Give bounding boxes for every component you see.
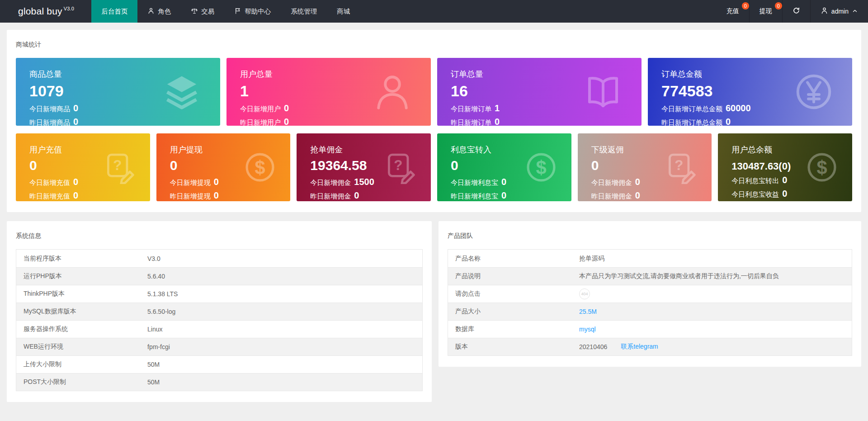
app-logo-text: global buy bbox=[18, 6, 62, 17]
stat-line-value: 0 bbox=[501, 190, 506, 200]
row-label: 版本 bbox=[448, 343, 579, 351]
dollar-icon: $ bbox=[243, 151, 277, 184]
stat-line-value: 1 bbox=[495, 103, 500, 113]
row-label: 上传大小限制 bbox=[16, 360, 147, 369]
question-doc-icon: ? bbox=[665, 151, 698, 184]
stat-card-line: 昨日新增利息宝0 bbox=[451, 190, 571, 201]
table-row: 运行PHP版本5.6.40 bbox=[16, 267, 422, 285]
recharge-button[interactable]: 充值 0 bbox=[717, 0, 749, 23]
question-doc-icon: ? bbox=[384, 151, 417, 184]
stat-line-value: 0 bbox=[73, 177, 78, 187]
stat-line-label: 今日新增商品 bbox=[29, 105, 70, 113]
product-team-panel: 产品团队 产品名称抢单源码 产品说明本产品只为学习测试交流,请勿要做商业或者用于… bbox=[439, 221, 861, 367]
stat-line-label: 今日新增佣金 bbox=[310, 179, 351, 186]
admin-user-menu[interactable]: admin bbox=[810, 0, 868, 23]
menu-item-help-center[interactable]: 帮助中心 bbox=[224, 0, 281, 23]
dollar-icon: $ bbox=[524, 151, 558, 184]
panel-title: 系统信息 bbox=[16, 232, 423, 240]
menu-item-label: 角色 bbox=[158, 7, 171, 16]
row-label: 服务器操作系统 bbox=[16, 325, 147, 333]
table-row: 请勿点击404 bbox=[448, 285, 852, 303]
svg-text:$: $ bbox=[536, 157, 546, 178]
row-label: 运行PHP版本 bbox=[16, 272, 147, 280]
menu-item-system-management[interactable]: 系统管理 bbox=[281, 0, 327, 23]
row-value: fpm-fcgi bbox=[147, 343, 170, 350]
app-logo: global buyV3.0 bbox=[0, 0, 91, 23]
stat-card-total-order-amount: 订单总金额 774583 今日新增订单总金额60000 昨日新增订单总金额0 bbox=[648, 58, 852, 126]
stat-line-label: 今日新增佣金 bbox=[591, 179, 632, 186]
refresh-icon bbox=[793, 7, 800, 16]
table-row: ThinkPHP版本5.1.38 LTS bbox=[16, 285, 422, 303]
404-badge[interactable]: 404 bbox=[579, 289, 590, 299]
stat-line-value: 0 bbox=[501, 177, 506, 187]
stat-line-label: 昨日新增佣金 bbox=[591, 192, 632, 200]
panel-title: 产品团队 bbox=[448, 232, 852, 240]
refresh-button[interactable] bbox=[782, 0, 810, 23]
menu-item-dashboard[interactable]: 后台首页 bbox=[91, 0, 137, 23]
stat-line-value: 0 bbox=[354, 190, 359, 200]
stat-line-label: 昨日新增佣金 bbox=[310, 192, 351, 200]
layers-icon bbox=[161, 71, 202, 112]
contact-telegram-link[interactable]: 联系telegram bbox=[621, 343, 658, 351]
svg-text:?: ? bbox=[675, 157, 684, 173]
stat-card-total-orders: 订单总量 16 今日新增订单1 昨日新增订单0 bbox=[437, 58, 642, 126]
stat-line-value: 0 bbox=[635, 177, 640, 187]
svg-text:?: ? bbox=[113, 157, 122, 173]
panel-title: 商城统计 bbox=[16, 41, 852, 49]
menu-item-mall[interactable]: 商城 bbox=[327, 0, 360, 23]
svg-text:?: ? bbox=[394, 157, 402, 173]
table-row: 产品大小25.5M bbox=[448, 303, 852, 320]
stat-line-value: 0 bbox=[495, 117, 500, 126]
stat-line-label: 今日新增用户 bbox=[240, 105, 281, 113]
chevron-up-icon bbox=[852, 8, 858, 15]
stat-line-label: 今日新增利息宝 bbox=[451, 179, 498, 186]
table-row: 当前程序版本V3.0 bbox=[16, 250, 422, 267]
stat-line-label: 昨日新增订单总金额 bbox=[661, 118, 722, 126]
question-doc-icon: ? bbox=[103, 151, 137, 184]
stat-line-value: 60000 bbox=[726, 103, 751, 113]
row-value: 5.6.40 bbox=[147, 273, 165, 280]
stat-line-label: 今日利息宝收益 bbox=[731, 190, 779, 198]
main-menu: 后台首页 角色 交易 帮助中心 系统管理 商城 bbox=[91, 0, 360, 23]
stats-row-1: 商品总量 1079 今日新增商品0 昨日新增商品0 用户总量 1 今日新增用户0… bbox=[16, 58, 852, 126]
user-icon bbox=[147, 7, 155, 16]
stat-card-line: 昨日新增佣金0 bbox=[310, 190, 431, 201]
app-logo-version: V3.0 bbox=[64, 6, 74, 11]
stat-line-label: 昨日新增用户 bbox=[240, 118, 281, 126]
stat-line-value: 0 bbox=[73, 117, 78, 126]
stat-card-line: 昨日新增商品0 bbox=[29, 117, 220, 126]
database-link[interactable]: mysql bbox=[579, 326, 596, 333]
stat-card-subordinate-rebate: 下级返佣 0 今日新增佣金0 昨日新增佣金0 ? bbox=[578, 133, 712, 201]
product-team-table: 产品名称抢单源码 产品说明本产品只为学习测试交流,请勿要做商业或者用于违法行为,… bbox=[448, 249, 852, 356]
menu-item-trade[interactable]: 交易 bbox=[181, 0, 224, 23]
withdraw-count-badge: 0 bbox=[775, 2, 782, 9]
system-info-panel: 系统信息 当前程序版本V3.0 运行PHP版本5.6.40 ThinkPHP版本… bbox=[7, 221, 432, 402]
product-size-link[interactable]: 25.5M bbox=[579, 308, 597, 315]
table-row: 服务器操作系统Linux bbox=[16, 320, 422, 338]
stat-line-value: 0 bbox=[284, 117, 289, 126]
menu-item-label: 后台首页 bbox=[101, 7, 127, 16]
yen-icon bbox=[793, 71, 834, 112]
row-label: 数据库 bbox=[448, 325, 579, 333]
row-label: 产品大小 bbox=[448, 307, 579, 316]
stat-card-line: 昨日新增用户0 bbox=[240, 117, 431, 126]
stat-line-label: 今日利息宝转出 bbox=[731, 177, 779, 184]
table-row: 上传大小限制50M bbox=[16, 355, 422, 373]
menu-item-roles[interactable]: 角色 bbox=[137, 0, 181, 23]
row-label: 产品名称 bbox=[448, 255, 579, 263]
withdraw-button[interactable]: 提现 0 bbox=[749, 0, 782, 23]
menu-item-label: 系统管理 bbox=[291, 7, 317, 16]
stats-row-2: 用户充值 0 今日新增充值0 昨日新增充值0 ? 用户提现 0 今日新增提现0 … bbox=[16, 133, 852, 201]
stat-line-label: 昨日新增商品 bbox=[29, 118, 70, 126]
row-label: 产品说明 bbox=[448, 272, 579, 280]
top-navbar: global buyV3.0 后台首页 角色 交易 帮助中心 系统管理 商城 充… bbox=[0, 0, 868, 23]
menu-item-label: 交易 bbox=[201, 7, 214, 16]
recharge-count-badge: 0 bbox=[742, 2, 749, 9]
stat-card-line: 昨日新增订单总金额0 bbox=[661, 117, 852, 126]
row-value: Linux bbox=[147, 326, 162, 333]
recharge-label: 充值 bbox=[726, 7, 739, 15]
stat-line-label: 今日新增提现 bbox=[170, 179, 211, 186]
mall-statistics-panel: 商城统计 商品总量 1079 今日新增商品0 昨日新增商品0 用户总量 1 今日… bbox=[7, 30, 861, 212]
stat-line-value: 0 bbox=[782, 189, 787, 199]
admin-username: admin bbox=[831, 8, 849, 15]
